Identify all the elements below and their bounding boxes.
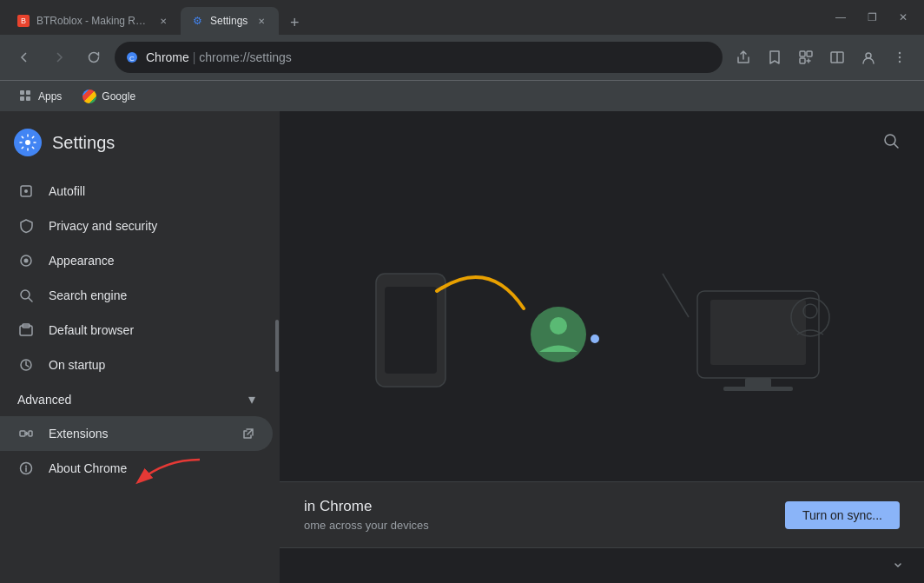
bookmarks-bar: Apps Google: [0, 80, 924, 111]
sync-illustration: [280, 170, 924, 481]
svg-text:C: C: [129, 55, 135, 63]
address-domain: Chrome: [146, 50, 189, 64]
toolbar: C Chrome | chrome://settings: [0, 35, 924, 80]
default-browser-label: Default browser: [49, 323, 255, 337]
extensions-nav-icon: [17, 425, 35, 442]
address-path: chrome://settings: [199, 50, 292, 64]
advanced-section-header[interactable]: Advanced ▾: [0, 382, 273, 416]
share-button[interactable]: [729, 43, 757, 71]
tab-btroblox[interactable]: B BTRoblox - Making Roblox Bette... ✕: [7, 7, 181, 35]
content-area: in Chrome ome across your devices Turn o…: [280, 111, 924, 583]
forward-button[interactable]: [45, 43, 73, 71]
address-url: Chrome | chrome://settings: [146, 50, 712, 64]
advanced-chevron-icon: ▾: [248, 391, 255, 407]
sidebar-item-about[interactable]: About Chrome: [0, 451, 273, 486]
profile-chevron-icon: [889, 557, 907, 574]
bookmark-button[interactable]: [761, 43, 789, 71]
sidebar-item-search[interactable]: Search engine: [0, 278, 273, 313]
settings-page-title: Settings: [52, 133, 115, 153]
svg-point-35: [550, 317, 567, 335]
sidebar-item-extensions[interactable]: Extensions: [0, 416, 273, 451]
svg-line-43: [663, 274, 689, 317]
profile-row[interactable]: [280, 547, 924, 583]
svg-point-7: [866, 53, 871, 58]
svg-rect-11: [20, 90, 24, 95]
sidebar-item-privacy[interactable]: Privacy and security: [0, 209, 273, 243]
svg-rect-14: [26, 96, 30, 101]
minimize-button[interactable]: —: [827, 5, 855, 30]
search-engine-label: Search engine: [49, 288, 255, 302]
apps-grid-icon: [19, 89, 33, 103]
settings-logo: [14, 129, 42, 156]
illustration-svg: [350, 222, 854, 430]
about-chrome-icon: [17, 460, 35, 477]
sync-title: in Chrome: [304, 498, 429, 515]
toolbar-actions: [729, 43, 914, 71]
titlebar: B BTRoblox - Making Roblox Bette... ✕ ⚙ …: [0, 0, 924, 35]
address-favicon: C: [125, 50, 139, 64]
svg-point-19: [24, 259, 29, 263]
about-label: About Chrome: [49, 461, 255, 475]
settings-favicon: ⚙: [191, 15, 203, 27]
tab-btroblox-title: BTRoblox - Making Roblox Bette...: [36, 15, 149, 27]
google-favicon: [82, 89, 96, 103]
sidebar-item-appearance[interactable]: Appearance: [0, 243, 273, 278]
privacy-label: Privacy and security: [49, 219, 255, 233]
sidebar-item-on-startup[interactable]: On startup: [0, 348, 273, 382]
svg-point-15: [25, 140, 30, 145]
bookmark-apps[interactable]: Apps: [10, 86, 70, 107]
extensions-external-icon: [241, 427, 255, 441]
svg-rect-38: [710, 300, 806, 365]
menu-button[interactable]: [886, 43, 914, 71]
svg-point-9: [899, 56, 901, 58]
settings-search-button[interactable]: [875, 125, 907, 156]
address-bar[interactable]: C Chrome | chrome://settings: [115, 42, 723, 73]
tab-btroblox-close[interactable]: ✕: [156, 14, 170, 28]
appearance-icon: [17, 252, 35, 269]
btroblox-favicon: B: [17, 15, 30, 27]
profile-button[interactable]: [855, 43, 882, 71]
scrollbar-thumb: [275, 320, 279, 372]
turn-on-sync-button[interactable]: Turn on sync...: [785, 501, 900, 529]
default-browser-icon: [17, 321, 35, 339]
svg-point-36: [591, 335, 599, 343]
on-startup-label: On startup: [49, 358, 255, 372]
close-button[interactable]: ✕: [889, 5, 917, 30]
bookmark-google-label: Google: [102, 90, 135, 103]
sync-text: in Chrome ome across your devices: [304, 498, 429, 532]
back-button[interactable]: [10, 43, 38, 71]
reload-button[interactable]: [80, 43, 108, 71]
maximize-button[interactable]: ❐: [858, 5, 886, 30]
svg-rect-13: [20, 96, 24, 101]
new-tab-button[interactable]: +: [282, 10, 307, 35]
svg-rect-33: [385, 287, 437, 374]
main-layout: Settings Autofill Privacy and security: [0, 111, 924, 583]
extensions-label: Extensions: [49, 427, 228, 441]
extensions-button[interactable]: [792, 43, 820, 71]
sidebar: Settings Autofill Privacy and security: [0, 111, 280, 583]
split-button[interactable]: [823, 43, 851, 71]
sidebar-item-default-browser[interactable]: Default browser: [0, 313, 273, 348]
svg-point-10: [899, 61, 901, 63]
sync-row: in Chrome ome across your devices Turn o…: [280, 481, 924, 547]
svg-point-8: [899, 52, 901, 54]
sidebar-item-autofill[interactable]: Autofill: [0, 174, 273, 209]
svg-rect-4: [800, 58, 805, 63]
svg-rect-40: [723, 387, 793, 391]
svg-line-31: [894, 144, 899, 149]
tabs-area: B BTRoblox - Making Roblox Bette... ✕ ⚙ …: [7, 0, 827, 35]
sync-subtitle: ome across your devices: [304, 519, 429, 532]
tab-settings-title: Settings: [210, 15, 248, 27]
search-engine-icon: [17, 287, 35, 304]
svg-point-28: [25, 466, 27, 467]
tab-settings[interactable]: ⚙ Settings ✕: [181, 7, 279, 35]
autofill-icon: [17, 182, 35, 200]
tab-settings-close[interactable]: ✕: [254, 14, 268, 28]
privacy-icon: [17, 217, 35, 235]
on-startup-icon: [17, 356, 35, 374]
window-controls: — ❐ ✕: [827, 5, 917, 30]
bookmark-google[interactable]: Google: [74, 86, 144, 107]
autofill-label: Autofill: [49, 184, 255, 198]
svg-point-17: [24, 189, 28, 193]
content-header: [280, 111, 924, 170]
